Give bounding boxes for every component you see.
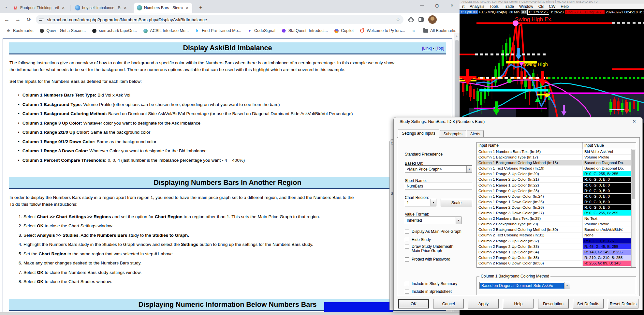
scrollbar-up-icon[interactable]: ▲ xyxy=(456,35,458,37)
table-scrollbar[interactable] xyxy=(631,149,636,267)
chevron-down-icon[interactable]: ▼ xyxy=(564,282,570,289)
checkbox-display-as-main-price-graph[interactable]: Display As Main Price Graph xyxy=(405,230,461,234)
bookmark-item[interactable]: ★Bookmarks xyxy=(6,28,34,33)
link-anchor[interactable]: [Link] xyxy=(422,46,432,51)
table-row[interactable]: Column 2 Text Coloring Method (In:31)Non… xyxy=(477,232,636,238)
menu-item-cb[interactable]: CB xyxy=(536,4,547,9)
checkbox-box[interactable] xyxy=(405,290,409,294)
address-bar[interactable]: sierrachart.com/index.php?page=doc/Numbe… xyxy=(36,15,403,24)
minimize-button[interactable]: — xyxy=(415,0,430,11)
top-anchor[interactable]: [Top] xyxy=(435,46,444,51)
tab-search-chevron-icon[interactable]: ⌄ xyxy=(3,3,10,10)
table-row[interactable]: Column 2 Range 0 Up Color (In:35)R: 210,… xyxy=(477,255,636,261)
set-defaults-button[interactable]: Set Defaults xyxy=(573,299,604,308)
tab-close-icon[interactable]: ✕ xyxy=(123,5,128,10)
checkbox-box[interactable] xyxy=(405,257,409,262)
table-row[interactable]: Column 2 Range 0 Down Color (In:36)R: 25… xyxy=(477,261,636,266)
browser-tab[interactable]: MFootprint Thinking - ethancheu✕ xyxy=(10,3,68,13)
table-row[interactable]: Column 2 Range 1 Up Color (In:34)R: 149,… xyxy=(477,249,636,255)
candle-body xyxy=(637,101,639,111)
forward-icon[interactable]: → xyxy=(14,15,22,24)
menu-item-tools[interactable]: Tools xyxy=(487,4,501,9)
browser-tab[interactable]: buy sell imbalance - Support B✕ xyxy=(72,3,130,13)
browser-tab[interactable]: Numbers Bars - Sierra Chart✕ xyxy=(134,3,192,13)
maximize-button[interactable]: ▢ xyxy=(430,0,445,11)
table-row[interactable]: Column 1 Range 1 Up Color (In:22)R: 0, G… xyxy=(477,183,636,188)
all-bookmarks-button[interactable]: All Bookmarks xyxy=(423,28,456,33)
tab-close-icon[interactable]: ✕ xyxy=(184,5,190,10)
bookmarks-overflow-chevron[interactable]: » xyxy=(412,28,415,33)
bookmark-item[interactable]: ⬣StatQuest: Introduct... xyxy=(281,28,328,33)
help-button[interactable]: Help xyxy=(503,299,534,308)
url-text[interactable]: sierrachart.com/index.php?page=doc/Numbe… xyxy=(47,17,394,22)
new-tab-button[interactable]: + xyxy=(197,4,205,12)
tab-subgraphs[interactable]: Subgraphs xyxy=(440,130,466,138)
apply-button[interactable]: Apply xyxy=(468,299,499,308)
menu-item-help[interactable]: Help xyxy=(558,4,571,9)
table-row[interactable]: Column 1 Range 1 Down Color (In:25)R: 0,… xyxy=(477,199,636,205)
checkbox-box[interactable] xyxy=(405,245,409,249)
scale-button[interactable]: Scale xyxy=(441,199,472,206)
reset-defaults-button[interactable]: Reset Defaults xyxy=(608,299,638,308)
bookmark-star-icon[interactable]: ☆ xyxy=(396,17,400,22)
table-scrollbar-thumb[interactable] xyxy=(632,150,635,199)
based-on-select[interactable]: <Main Price Graph> ▼ xyxy=(405,165,472,173)
table-row[interactable]: Column 2 Background Coloring Method (In:… xyxy=(477,227,636,232)
bookmark-item[interactable]: ▼CodeSignal xyxy=(247,28,275,33)
table-row[interactable]: Column 1 Range 3 Down Color (In:27)R: 0,… xyxy=(477,210,636,216)
table-row[interactable]: Column 2 Background Type (In:29)Volume P… xyxy=(477,221,636,227)
table-row[interactable]: Column 1 Range 3 Up Color (In:20)R: 0, G… xyxy=(477,171,636,177)
table-row[interactable]: Column 1 Range 0 Up Color (In:23)R: 0, G… xyxy=(477,188,636,194)
bookmark-item[interactable]: ACSIL Interface Me... xyxy=(143,28,189,33)
ok-button[interactable]: OK xyxy=(398,299,429,308)
menu-item-window[interactable]: Window xyxy=(517,4,536,9)
value-format-select[interactable]: Inherited ▼ xyxy=(405,217,461,224)
extensions-icon[interactable] xyxy=(408,17,414,22)
checkbox-draw-study-underneath[interactable]: Draw Study Underneath Main Price Graph xyxy=(405,245,453,253)
chevron-down-icon[interactable]: ▼ xyxy=(466,166,472,172)
dialog-close-icon[interactable]: ✕ xyxy=(631,119,637,124)
bookmark-item[interactable]: Copilot xyxy=(334,28,354,33)
table-row[interactable]: Column 1 Numbers Bars Text (In:16)Bid Vo… xyxy=(477,149,636,155)
tab-settings-and-inputs[interactable]: Settings and Inputs xyxy=(398,129,439,138)
table-row[interactable]: Column 1 Background Type (In:17)Volume P… xyxy=(477,155,636,160)
checkbox-box[interactable] xyxy=(405,238,409,242)
side-panel-icon[interactable] xyxy=(418,17,424,22)
checkbox-protect-with-password[interactable]: Protect with Password xyxy=(405,257,450,262)
chevron-down-icon[interactable]: ▼ xyxy=(456,217,461,224)
short-name-input[interactable]: NumBars xyxy=(405,183,472,189)
tab-alerts[interactable]: Alerts xyxy=(467,130,484,138)
back-icon[interactable]: ← xyxy=(3,15,11,24)
menu-item-rt[interactable]: rt xyxy=(460,4,467,9)
table-row[interactable]: Column 1 Range 2 Down Color (In:26)R: 0,… xyxy=(477,205,636,210)
checkbox-include-in-spreadsheet[interactable]: Include in Spreadsheet xyxy=(405,290,452,294)
table-row[interactable]: Column 1 Text Coloring Method (In:19)Bas… xyxy=(477,166,636,171)
bookmark-item[interactable]: Welcome to PyTorc... xyxy=(359,28,405,33)
profile-avatar[interactable] xyxy=(428,15,437,24)
description-button[interactable]: Description xyxy=(538,299,569,308)
table-row[interactable]: Column 2 Range 2 Up Color (In:33)R: 45, … xyxy=(477,244,636,249)
menu-item-analysis[interactable]: Analysis xyxy=(467,4,487,9)
tab-close-icon[interactable]: ✕ xyxy=(61,5,66,10)
table-row[interactable]: Column 2 Numbers Bars Text (In:28)No Tex… xyxy=(477,216,636,221)
chart-region-select[interactable]: 1 ▼ xyxy=(405,199,436,206)
bookmark-item[interactable]: sierrachart/TapeOn... xyxy=(92,28,137,33)
menu-item-trade[interactable]: Trade xyxy=(501,4,517,9)
cancel-button[interactable]: Cancel xyxy=(433,299,464,308)
table-row[interactable]: Column 1 Background Coloring Method (In:… xyxy=(477,160,636,166)
bookmark-item[interactable]: Quivr - Get a Secon... xyxy=(39,28,86,33)
checkbox-box[interactable] xyxy=(405,282,409,286)
menu-item-cw[interactable]: CW xyxy=(546,4,558,9)
chevron-down-icon[interactable]: ▼ xyxy=(431,199,436,206)
bookmark-item[interactable]: kFind Pre-trained Mo... xyxy=(195,28,241,33)
close-button[interactable]: ✕ xyxy=(445,0,460,11)
site-info-icon[interactable] xyxy=(39,17,44,22)
checkbox-hide-study[interactable]: Hide Study xyxy=(405,238,431,242)
checkbox-include-in-study-summary[interactable]: Include in Study Summary xyxy=(405,282,457,286)
checkbox-box[interactable] xyxy=(405,230,409,234)
table-row[interactable]: Column 1 Range 2 Up Color (In:21)R: 0, G… xyxy=(477,177,636,182)
reload-icon[interactable]: ⟳ xyxy=(25,15,33,24)
table-row[interactable]: Column 2 Range 3 Up Color (In:32)R: 0, G… xyxy=(477,238,636,244)
table-row[interactable]: Column 1 Range 0 Down Color (In:24)R: 0,… xyxy=(477,194,636,199)
coloring-method-select[interactable]: Based on Diagonal Dominant Side AskVo ▼ xyxy=(479,282,570,289)
